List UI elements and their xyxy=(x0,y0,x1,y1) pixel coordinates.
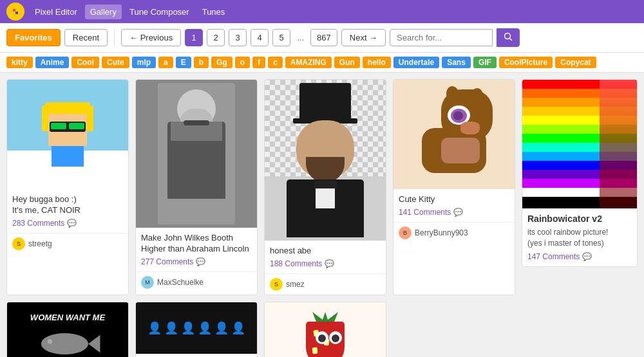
card-john-wilkes-author: M MaxSchuelke xyxy=(136,271,257,293)
nav-links: Pixel Editor Gallery Tune Composer Tunes xyxy=(30,5,230,19)
author-name-streetg: streetg xyxy=(28,239,52,248)
svg-rect-2 xyxy=(15,12,18,14)
tag-b[interactable]: b xyxy=(194,57,209,68)
author-name-maxschuelke: MaxSchuelke xyxy=(157,278,204,287)
tag-c[interactable]: c xyxy=(268,57,283,68)
page-3-button[interactable]: 3 xyxy=(229,29,247,46)
card-hey-bugga-author: S streetg xyxy=(7,233,128,254)
card-hey-bugga-body: Hey bugga boo :)It's me, CAT NOIR 283 Co… xyxy=(7,189,128,233)
card-cute-kitty-title: Cute Kitty xyxy=(399,194,509,205)
svg-line-4 xyxy=(510,39,513,41)
tag-mlp[interactable]: mlp xyxy=(132,57,156,68)
card-strawberry-image xyxy=(265,302,386,357)
card-cute-kitty: Cute Kitty 141 Comments 💬 B BerryBunny90… xyxy=(393,79,515,295)
tag-f[interactable]: f xyxy=(252,57,265,68)
card-john-wilkes-comments[interactable]: 277 Comments 💬 xyxy=(141,257,252,266)
rainbow-comments[interactable]: 147 Comments 💬 xyxy=(527,252,632,261)
card-undertale-body: Undertale All Ch... xyxy=(136,354,257,357)
tag-cute[interactable]: Cute xyxy=(102,57,129,68)
card-honest-abe-image xyxy=(265,80,386,241)
card-john-wilkes-title: Make John Wilkes Booth Higher than Abrah… xyxy=(141,233,252,255)
tag-gif[interactable]: GIF xyxy=(473,57,497,68)
divider xyxy=(114,29,115,47)
tag-anime[interactable]: Anime xyxy=(35,57,70,68)
card-john-wilkes-image xyxy=(136,80,257,228)
card-hey-bugga-title: Hey bugga boo :)It's me, CAT NOIR xyxy=(12,194,123,216)
tag-undertale[interactable]: Undertale xyxy=(393,57,439,68)
rainbow-desc: its cool rainbow picture!(yes i master o… xyxy=(527,227,632,249)
rainbow-title: Rainbowicator v2 xyxy=(527,214,632,224)
tag-a[interactable]: a xyxy=(158,57,173,68)
nav-gallery[interactable]: Gallery xyxy=(85,5,122,19)
card-cute-kitty-comments[interactable]: 141 Comments 💬 xyxy=(399,208,509,217)
tag-sans[interactable]: Sans xyxy=(442,57,471,68)
tag-o[interactable]: o xyxy=(235,57,250,68)
card-cute-kitty-body: Cute Kitty 141 Comments 💬 xyxy=(393,189,515,222)
card-honest-abe-body: honest abe 188 Comments 💬 xyxy=(265,241,386,273)
svg-point-7 xyxy=(48,340,52,344)
top-nav: Pixel Editor Gallery Tune Composer Tunes xyxy=(0,0,644,23)
tag-amazing[interactable]: AMAZING xyxy=(285,57,332,68)
card-honest-abe-author: S smez xyxy=(265,273,386,295)
recent-button[interactable]: Recent xyxy=(64,29,108,46)
author-name-berrybunny: BerryBunny903 xyxy=(415,228,468,237)
tag-gun[interactable]: Gun xyxy=(334,57,360,68)
page-867-button[interactable]: 867 xyxy=(310,29,337,46)
card-hey-bugga-comments[interactable]: 283 Comments 💬 xyxy=(12,219,123,228)
avatar-maxschuelke: M xyxy=(141,276,154,289)
tag-copycat[interactable]: Copycat xyxy=(555,57,596,68)
page-2-button[interactable]: 2 xyxy=(207,29,225,46)
tag-E[interactable]: E xyxy=(176,57,191,68)
card-strawberry xyxy=(264,302,386,357)
card-fish-image: WOMEN WANT ME FISH FEAR ME xyxy=(7,302,128,357)
page-5-button[interactable]: 5 xyxy=(272,29,290,46)
search-button[interactable] xyxy=(497,28,520,47)
tag-bar: kitty Anime Cool Cute mlp a E b Gg o f c… xyxy=(0,53,644,73)
search-input[interactable] xyxy=(390,29,493,46)
svg-marker-6 xyxy=(88,335,100,353)
next-button[interactable]: Next → xyxy=(341,29,386,46)
rainbow-image xyxy=(522,80,638,208)
card-john-wilkes-body: Make John Wilkes Booth Higher than Abrah… xyxy=(136,228,257,271)
card-hey-bugga-image xyxy=(7,80,128,189)
avatar-smez: S xyxy=(270,278,283,291)
card-john-wilkes: Make John Wilkes Booth Higher than Abrah… xyxy=(135,79,258,295)
author-name-smez: smez xyxy=(286,280,305,289)
tag-cool[interactable]: Cool xyxy=(71,57,99,68)
card-undertale: 👤👤👤 👤👤👤 Undertale All Ch... xyxy=(135,302,258,357)
card-hey-bugga: Hey bugga boo :)It's me, CAT NOIR 283 Co… xyxy=(6,79,129,295)
main-content: Hey bugga boo :)It's me, CAT NOIR 283 Co… xyxy=(0,73,644,357)
card-cute-kitty-image xyxy=(393,80,515,189)
card-cute-kitty-author: B BerryBunny903 xyxy=(393,222,515,243)
rainbow-card: Rainbowicator v2 its cool rainbow pictur… xyxy=(522,79,638,267)
card-fish-fear: WOMEN WANT ME FISH FEAR ME xyxy=(6,302,129,357)
page-4-button[interactable]: 4 xyxy=(251,29,269,46)
sidebar: Rainbowicator v2 its cool rainbow pictur… xyxy=(522,79,638,357)
nav-tune-composer[interactable]: Tune Composer xyxy=(124,5,194,19)
card-honest-abe-comments[interactable]: 188 Comments 💬 xyxy=(270,259,381,268)
rainbow-card-body: Rainbowicator v2 its cool rainbow pictur… xyxy=(522,208,637,266)
tag-hello[interactable]: hello xyxy=(363,57,391,68)
card-undertale-image: 👤👤👤 👤👤👤 xyxy=(136,302,257,354)
svg-point-3 xyxy=(505,33,511,39)
avatar-streetg: S xyxy=(12,237,25,250)
ellipsis: ... xyxy=(294,30,307,46)
tag-kitty[interactable]: kitty xyxy=(6,57,33,68)
svg-point-5 xyxy=(41,333,88,354)
nav-tunes[interactable]: Tunes xyxy=(197,5,231,19)
card-honest-abe: honest abe 188 Comments 💬 S smez xyxy=(264,79,386,295)
prev-button[interactable]: ← Previous xyxy=(121,29,181,46)
page-1-button[interactable]: 1 xyxy=(185,29,203,46)
tag-Gg[interactable]: Gg xyxy=(211,57,232,68)
nav-pixel-editor[interactable]: Pixel Editor xyxy=(30,5,82,19)
toolbar: Favorites Recent ← Previous 1 2 3 4 5 ..… xyxy=(0,23,644,53)
tag-coolpicture[interactable]: CoolPicture xyxy=(499,57,553,68)
card-honest-abe-title: honest abe xyxy=(270,246,381,257)
favorites-button[interactable]: Favorites xyxy=(6,29,61,46)
gallery: Hey bugga boo :)It's me, CAT NOIR 283 Co… xyxy=(6,79,515,357)
avatar-berrybunny: B xyxy=(399,226,412,239)
app-logo xyxy=(6,3,24,21)
svg-rect-1 xyxy=(13,9,15,12)
